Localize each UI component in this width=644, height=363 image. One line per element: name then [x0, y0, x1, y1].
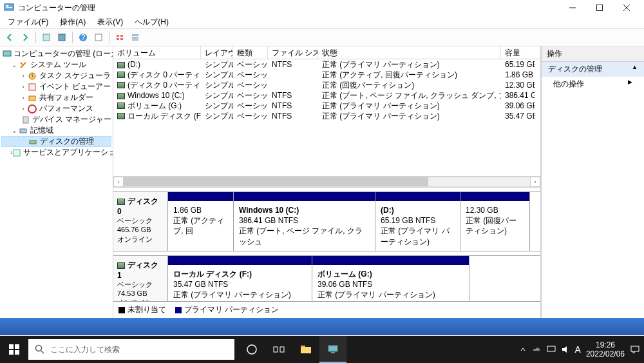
- svg-point-32: [36, 346, 42, 351]
- svg-rect-37: [301, 347, 311, 353]
- tree-services-apps[interactable]: ›サービスとアプリケーション: [1, 147, 111, 158]
- tree-label: 記憶域: [30, 125, 53, 136]
- taskview-button[interactable]: [265, 336, 292, 363]
- view-details-button[interactable]: [128, 30, 142, 44]
- minimize-button[interactable]: [559, 0, 586, 15]
- scroll-right-button[interactable]: ›: [530, 177, 540, 187]
- volume-row[interactable]: ボリューム (G:)シンプルベーシックNTFS正常 (プライマリ パーティション…: [113, 101, 540, 111]
- tree-disk-management[interactable]: ディスクの管理: [1, 136, 111, 147]
- event-icon: [27, 82, 37, 92]
- onedrive-icon[interactable]: [531, 346, 542, 353]
- svg-rect-27: [14, 150, 20, 156]
- expand-icon[interactable]: ›: [19, 94, 27, 101]
- col-layout[interactable]: レイアウト: [201, 46, 233, 59]
- partition[interactable]: ローカル ディスク (F:)35.47 GB NTFS正常 (プライマリ パーテ…: [168, 256, 312, 301]
- disk-block: ディスク 0ベーシック465.76 GBオンライン1.86 GB正常 (アクティ…: [113, 191, 540, 251]
- tree-storage[interactable]: ⌄記憶域: [1, 125, 111, 136]
- props-button[interactable]: [55, 30, 69, 44]
- svg-rect-36: [280, 347, 284, 352]
- disk-icon: [28, 137, 38, 147]
- scroll-thumb[interactable]: [124, 177, 428, 186]
- menu-file[interactable]: ファイル(F): [3, 15, 53, 29]
- partition[interactable]: Windows 10 (C:)386.41 GB NTFS正常 (ブート, ペー…: [234, 192, 375, 251]
- volume-row[interactable]: Windows 10 (C:)シンプルベーシックNTFS正常 (ブート, ページ…: [113, 90, 540, 101]
- clock-time: 19:26: [586, 340, 625, 349]
- svg-rect-4: [597, 5, 603, 11]
- back-button[interactable]: [3, 30, 17, 44]
- svg-rect-31: [15, 350, 19, 355]
- ime-indicator[interactable]: A: [575, 344, 581, 355]
- col-status[interactable]: 状態: [318, 46, 501, 59]
- volume-icon: [117, 93, 125, 99]
- expand-icon[interactable]: ›: [19, 83, 27, 90]
- tray-chevron[interactable]: [520, 346, 526, 353]
- up-button[interactable]: [39, 30, 53, 44]
- volume-row[interactable]: (D:)シンプルベーシックNTFS正常 (プライマリ パーティション)65.19…: [113, 59, 540, 70]
- clock[interactable]: 19:26 2022/02/06: [586, 340, 625, 359]
- volume-row[interactable]: (ディスク 0 パーティション 1)シンプルベーシック正常 (アクティブ, 回復…: [113, 70, 540, 80]
- col-type[interactable]: 種類: [233, 46, 268, 59]
- toolbar: ?: [0, 28, 644, 46]
- legend-swatch-unallocated: [118, 307, 125, 313]
- taskbar-search[interactable]: ここに入力して検索: [28, 339, 234, 360]
- clock-date: 2022/02/06: [586, 349, 625, 358]
- taskbar: ここに入力して検索 A 19:26 2022/02/06: [0, 336, 644, 363]
- expand-icon[interactable]: ⌄: [10, 61, 18, 68]
- actions-pane: 操作 ディスクの管理▲ 他の操作▶: [541, 46, 644, 318]
- tree-root[interactable]: コンピューターの管理 (ローカル): [1, 48, 111, 59]
- menu-action[interactable]: 操作(A): [55, 15, 91, 29]
- volume-icon: [117, 113, 125, 119]
- services-icon: [12, 148, 21, 158]
- volume-row[interactable]: (ディスク 0 パーティション 4)シンプルベーシック正常 (回復パーティション…: [113, 80, 540, 90]
- notifications-icon[interactable]: [630, 345, 640, 354]
- forward-button[interactable]: [18, 30, 32, 44]
- search-placeholder: ここに入力して検索: [50, 344, 120, 355]
- partition[interactable]: (D:)65.19 GB NTFS正常 (プライマリ パーティション): [375, 192, 460, 251]
- close-button[interactable]: [613, 0, 640, 15]
- expand-icon[interactable]: ›: [19, 72, 27, 79]
- volume-row[interactable]: ローカル ディスク (F:)シンプルベーシックNTFS正常 (プライマリ パーテ…: [113, 111, 540, 121]
- tree-task-scheduler[interactable]: ›タスク スケジューラ: [1, 70, 111, 81]
- expand-icon[interactable]: ›: [19, 105, 27, 112]
- volume-icon: [117, 72, 125, 78]
- explorer-button[interactable]: [292, 336, 319, 363]
- tree-performance[interactable]: ›パフォーマンス: [1, 103, 111, 114]
- network-icon[interactable]: [547, 346, 556, 353]
- nav-tree[interactable]: コンピューターの管理 (ローカル) ⌄システム ツール ›タスク スケジューラ …: [0, 46, 113, 318]
- svg-point-34: [247, 345, 256, 354]
- cortana-button[interactable]: [238, 336, 265, 363]
- storage-icon: [18, 126, 28, 136]
- refresh-button[interactable]: [91, 30, 106, 44]
- svg-text:?: ?: [81, 33, 86, 42]
- menu-help[interactable]: ヘルプ(H): [129, 15, 174, 29]
- disk-header[interactable]: ディスク 0ベーシック465.76 GBオンライン: [113, 192, 168, 251]
- help-button[interactable]: ?: [76, 30, 90, 44]
- expand-icon[interactable]: ⌄: [10, 127, 18, 134]
- col-capacity[interactable]: 容量: [501, 46, 535, 59]
- tree-event-viewer[interactable]: ›イベント ビューアー: [1, 81, 111, 92]
- disk-header[interactable]: ディスク 1ベーシック74.53 GBオンライン: [113, 256, 168, 301]
- menu-view[interactable]: 表示(V): [92, 15, 128, 29]
- svg-rect-25: [20, 129, 26, 133]
- partition[interactable]: 12.30 GB正常 (回復パーティション): [460, 192, 530, 251]
- scroll-track[interactable]: [124, 177, 530, 187]
- volume-scrollbar[interactable]: ‹ ›: [113, 176, 540, 188]
- view-list-button[interactable]: [113, 30, 127, 44]
- scroll-left-button[interactable]: ‹: [113, 177, 124, 187]
- partition[interactable]: ボリューム (G:)39.06 GB NTFS正常 (プライマリ パーティション…: [312, 256, 469, 301]
- actions-section[interactable]: ディスクの管理▲: [542, 62, 644, 77]
- col-fs[interactable]: ファイル システム: [268, 46, 318, 59]
- tree-shared-folders[interactable]: ›共有フォルダー: [1, 92, 111, 103]
- maximize-button[interactable]: [586, 0, 613, 15]
- svg-rect-40: [331, 352, 335, 353]
- app-icon: [4, 3, 14, 13]
- partition[interactable]: 1.86 GB正常 (アクティブ, 回: [168, 192, 234, 251]
- volume-list[interactable]: ボリューム レイアウト 種類 ファイル システム 状態 容量 (D:)シンプルベ…: [113, 46, 540, 121]
- volume-icon[interactable]: [561, 345, 570, 354]
- actions-other[interactable]: 他の操作▶: [542, 77, 644, 92]
- tree-device-manager[interactable]: デバイス マネージャー: [1, 114, 111, 125]
- compmgmt-button[interactable]: [319, 336, 346, 363]
- col-volume[interactable]: ボリューム: [113, 46, 201, 59]
- tree-system-tools[interactable]: ⌄システム ツール: [1, 59, 111, 70]
- start-button[interactable]: [0, 336, 28, 363]
